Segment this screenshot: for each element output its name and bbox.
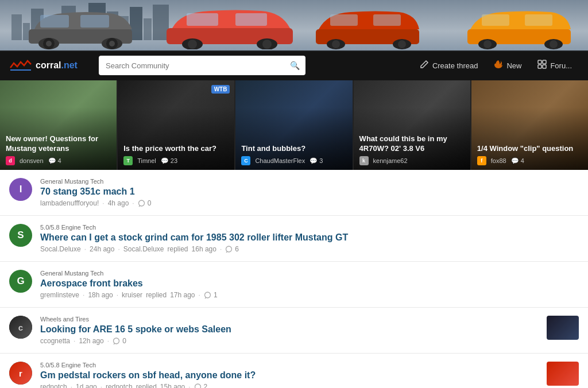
thread-posted: 4h ago bbox=[108, 199, 129, 207]
hero-card-4-avatar: k bbox=[359, 156, 369, 165]
svg-point-35 bbox=[138, 200, 144, 206]
header-bg bbox=[0, 0, 588, 52]
thread-title[interactable]: Gm pedstal rockers on sbf head, anyone d… bbox=[40, 370, 539, 381]
thread-replied-time: 15h ago bbox=[160, 383, 185, 388]
hero-card-4-meta: k kennjame62 bbox=[359, 156, 465, 165]
thread-title[interactable]: Where can I get a stock grind cam for 19… bbox=[40, 232, 579, 243]
svg-point-38 bbox=[114, 338, 119, 344]
thread-content: General Mustang Tech Aerospace front bra… bbox=[40, 270, 579, 299]
edit-icon bbox=[420, 60, 429, 71]
hero-card-3-meta: C ChaudMasterFlex 💬 3 bbox=[241, 156, 346, 165]
thread-title[interactable]: Looking for ARE 16 5 spoke or webs Salee… bbox=[40, 324, 539, 335]
create-thread-button[interactable]: Create thread bbox=[413, 56, 485, 75]
thread-meta: gremlinsteve · 18h ago · kruiser replied… bbox=[40, 291, 579, 299]
hero-card-1-replies: 💬 4 bbox=[48, 157, 61, 165]
hero-card-5-replies: 💬 4 bbox=[511, 157, 524, 165]
thread-list: I General Mustang Tech 70 stang 351c mac… bbox=[0, 170, 588, 388]
svg-rect-25 bbox=[525, 14, 552, 26]
search-button[interactable]: 🔍 bbox=[284, 61, 305, 70]
avatar: r bbox=[9, 362, 32, 385]
hero-card-1-avatar: d bbox=[6, 156, 15, 165]
svg-point-7 bbox=[46, 41, 52, 46]
thread-replies: 0 bbox=[138, 199, 152, 207]
hero-card-5-meta: f fox88 💬 4 bbox=[477, 156, 582, 165]
fire-icon bbox=[494, 60, 503, 71]
thread-replies: 6 bbox=[225, 245, 239, 253]
search-icon: 🔍 bbox=[290, 61, 300, 70]
list-item: S 5.0/5.8 Engine Tech Where can I get a … bbox=[0, 216, 588, 262]
thread-replied-by: rednotch bbox=[106, 383, 133, 388]
thread-content: 5.0/5.8 Engine Tech Where can I get a st… bbox=[40, 224, 579, 253]
thread-author: lambadenuffforyou! bbox=[40, 199, 99, 207]
thread-title[interactable]: 70 stang 351c mach 1 bbox=[40, 187, 579, 197]
thread-posted: 12h ago bbox=[79, 337, 103, 345]
thread-reply-time-label: replied bbox=[146, 291, 167, 299]
thread-meta: Socal.Deluxe · 24h ago · Socal.Deluxe re… bbox=[40, 245, 579, 253]
thread-meta: rednotch · 1d ago · rednotch replied 15h… bbox=[40, 383, 539, 388]
thread-replied-time: 16h ago bbox=[192, 245, 216, 253]
thread-category: Wheels and Tires bbox=[40, 316, 539, 323]
thread-replied-by: Socal.Deluxe bbox=[123, 245, 164, 253]
svg-rect-31 bbox=[538, 60, 541, 64]
hero-card-2-meta: T Timnel 💬 23 bbox=[123, 156, 229, 165]
thread-replied-time: 17h ago bbox=[170, 291, 195, 299]
thread-meta: lambadenuffforyou! · 4h ago · 0 bbox=[40, 199, 579, 207]
hero-card-4[interactable]: What could this be in my 4R70W? 02' 3.8 … bbox=[354, 80, 470, 170]
thread-category: General Mustang Tech bbox=[40, 178, 579, 185]
list-item: G General Mustang Tech Aerospace front b… bbox=[0, 262, 588, 308]
hero-card-1[interactable]: New owner! Questions for Mustang veteran… bbox=[0, 80, 117, 170]
svg-point-36 bbox=[226, 246, 232, 252]
hero-card-1-user: donsven bbox=[20, 157, 44, 164]
bubble-icon bbox=[194, 383, 202, 389]
avatar: G bbox=[9, 270, 32, 293]
hero-card-3-replies: 💬 3 bbox=[310, 157, 323, 165]
list-item: c Wheels and Tires Looking for ARE 16 5 … bbox=[0, 308, 588, 354]
list-item: r 5.0/5.8 Engine Tech Gm pedstal rockers… bbox=[0, 354, 588, 388]
forums-label: Foru... bbox=[550, 61, 572, 70]
svg-point-15 bbox=[262, 40, 272, 49]
hero-card-1-meta: d donsven 💬 4 bbox=[6, 156, 111, 165]
thread-content: Wheels and Tires Looking for ARE 16 5 sp… bbox=[40, 316, 539, 345]
avatar: S bbox=[9, 224, 32, 247]
header-actions: Create thread New bbox=[413, 56, 579, 75]
hero-card-5[interactable]: 1/4 Window "clip" question f fox88 💬 4 bbox=[471, 80, 588, 170]
grid-icon bbox=[537, 60, 547, 71]
thread-title[interactable]: Aerospace front brakes bbox=[40, 278, 579, 289]
thread-author: ccognetta bbox=[40, 337, 70, 345]
hero-card-2-replies: 💬 23 bbox=[161, 157, 177, 165]
svg-point-14 bbox=[188, 40, 197, 49]
logo-area[interactable]: corral.net bbox=[9, 57, 90, 73]
hero-card-1-title: New owner! Questions for Mustang veteran… bbox=[6, 134, 111, 154]
header-bar: corral.net 🔍 Create thread bbox=[0, 51, 588, 80]
thread-posted: 1d ago bbox=[76, 383, 97, 388]
avatar: c bbox=[9, 316, 32, 339]
hero-card-3[interactable]: Tint and bubbles? C ChaudMasterFlex 💬 3 bbox=[235, 80, 352, 170]
hero-card-4-user: kennjame62 bbox=[373, 157, 408, 164]
header: corral.net 🔍 Create thread bbox=[0, 0, 588, 80]
list-item: I General Mustang Tech 70 stang 351c mac… bbox=[0, 170, 588, 216]
hero-card-3-title: Tint and bubbles? bbox=[241, 144, 346, 154]
bubble-icon bbox=[225, 246, 233, 253]
thread-content: General Mustang Tech 70 stang 351c mach … bbox=[40, 178, 579, 207]
forums-button[interactable]: Foru... bbox=[531, 56, 579, 75]
svg-rect-24 bbox=[482, 14, 509, 26]
svg-rect-34 bbox=[543, 65, 546, 68]
thread-author: Socal.Deluxe bbox=[40, 245, 81, 253]
hero-card-2-avatar: T bbox=[123, 156, 133, 165]
thread-replies: 2 bbox=[194, 383, 208, 388]
new-label: New bbox=[506, 61, 521, 70]
wtb-badge: WTB bbox=[211, 85, 230, 94]
create-thread-label: Create thread bbox=[432, 61, 478, 70]
logo-icon bbox=[9, 57, 32, 73]
hero-card-2[interactable]: WTB Is the price worth the car? T Timnel… bbox=[118, 80, 234, 170]
new-button[interactable]: New bbox=[487, 56, 528, 75]
svg-rect-33 bbox=[538, 65, 541, 68]
thread-category: 5.0/5.8 Engine Tech bbox=[40, 362, 539, 368]
svg-rect-17 bbox=[330, 14, 358, 26]
search-input[interactable] bbox=[99, 61, 284, 70]
search-bar[interactable]: 🔍 bbox=[99, 56, 305, 75]
svg-point-37 bbox=[204, 292, 210, 298]
hero-card-5-title: 1/4 Window "clip" question bbox=[477, 144, 582, 154]
svg-point-8 bbox=[109, 41, 115, 46]
thread-meta: ccognetta · 12h ago · 0 bbox=[40, 337, 539, 345]
